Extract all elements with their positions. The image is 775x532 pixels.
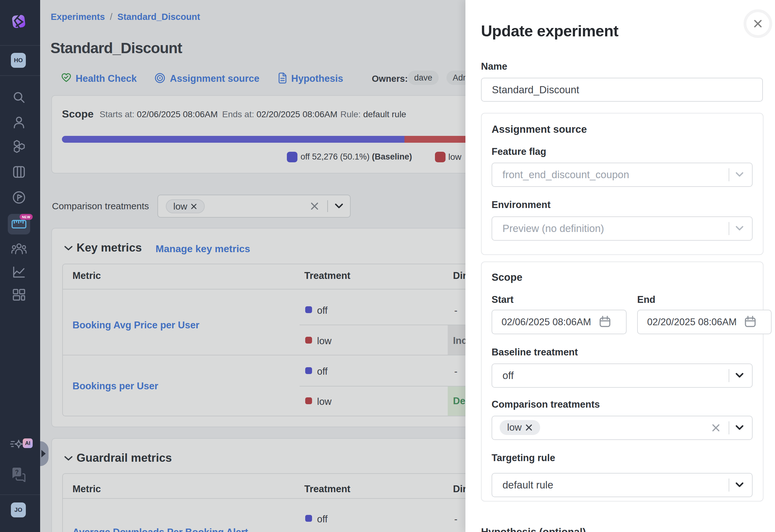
svg-text:?: ?: [15, 469, 19, 475]
